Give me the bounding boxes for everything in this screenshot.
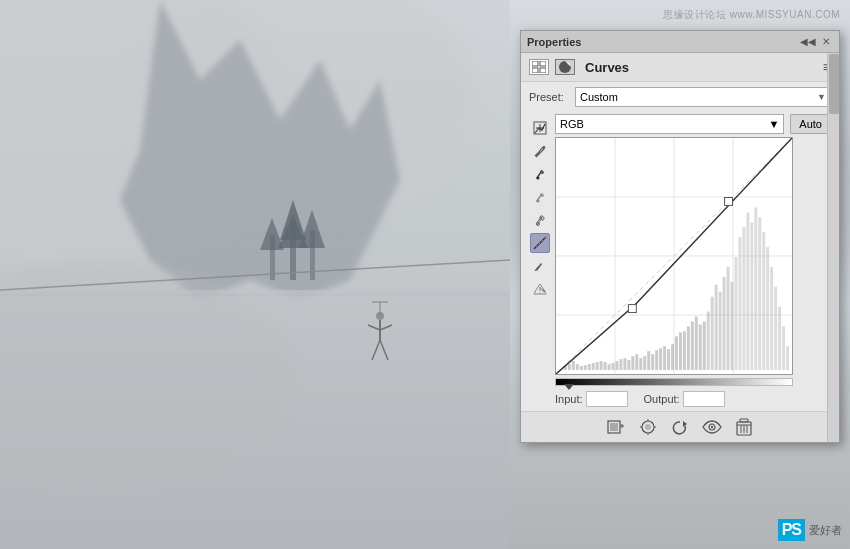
- svg-rect-81: [675, 336, 678, 370]
- output-field[interactable]: [683, 391, 725, 407]
- svg-point-36: [537, 200, 540, 203]
- pencil-draw-tool[interactable]: [530, 141, 550, 161]
- bottom-toolbar: [521, 411, 839, 442]
- svg-rect-60: [592, 363, 595, 370]
- svg-rect-99: [746, 212, 749, 370]
- svg-rect-101: [754, 207, 757, 370]
- properties-panel: Properties ◀◀ ✕ Curves ≡ Preset:: [520, 30, 840, 443]
- input-group: Input:: [555, 391, 628, 407]
- preset-arrow-icon: ▼: [817, 92, 826, 102]
- panel-scrollbar[interactable]: [827, 53, 839, 442]
- svg-rect-54: [568, 364, 571, 370]
- panel-close-button[interactable]: ✕: [819, 35, 833, 49]
- svg-rect-69: [627, 360, 630, 370]
- svg-rect-72: [639, 358, 642, 370]
- svg-rect-109: [786, 346, 789, 370]
- svg-rect-25: [540, 68, 546, 73]
- svg-rect-91: [715, 285, 718, 370]
- eyedropper-shadow-icon: [533, 167, 547, 181]
- clip-highlights-icon: [639, 419, 657, 435]
- svg-rect-98: [742, 227, 745, 370]
- svg-rect-85: [691, 321, 694, 370]
- svg-rect-87: [699, 324, 702, 370]
- svg-rect-22: [532, 61, 538, 66]
- preset-dropdown[interactable]: Custom ▼: [575, 87, 831, 107]
- svg-rect-105: [770, 267, 773, 370]
- clipping-warning-tool[interactable]: [530, 279, 550, 299]
- mountain-svg: [0, 0, 510, 549]
- smooth-curve-tool[interactable]: [530, 256, 550, 276]
- bottom-watermarks: PS 爱好者: [778, 519, 842, 541]
- svg-rect-100: [750, 222, 753, 370]
- auto-button[interactable]: Auto: [790, 114, 831, 134]
- svg-rect-58: [584, 365, 587, 370]
- curves-tools: [529, 114, 551, 409]
- svg-rect-70: [631, 356, 634, 370]
- svg-point-126: [711, 426, 713, 428]
- channel-dropdown[interactable]: RGB ▼: [555, 114, 784, 134]
- input-field[interactable]: [586, 391, 628, 407]
- svg-point-33: [537, 177, 540, 180]
- svg-rect-102: [758, 217, 761, 370]
- svg-rect-82: [679, 332, 682, 370]
- preset-value: Custom: [580, 91, 618, 103]
- svg-rect-68: [623, 358, 626, 370]
- output-group: Output:: [644, 391, 725, 407]
- section-title: Curves: [585, 60, 629, 75]
- curves-canvas[interactable]: [555, 137, 793, 375]
- delete-button[interactable]: [734, 417, 754, 437]
- reset-button[interactable]: [670, 417, 690, 437]
- curve-active-tool[interactable]: [530, 233, 550, 253]
- sample-highlight-tool[interactable]: [530, 210, 550, 230]
- gradient-handle[interactable]: [564, 384, 574, 390]
- svg-rect-106: [774, 287, 777, 370]
- point-add-icon: [533, 121, 547, 135]
- svg-rect-24: [532, 68, 538, 73]
- svg-rect-74: [647, 351, 650, 370]
- svg-rect-96: [734, 257, 737, 370]
- svg-rect-65: [612, 363, 615, 370]
- svg-rect-88: [703, 321, 706, 370]
- scrollbar-thumb[interactable]: [829, 54, 839, 114]
- svg-rect-93: [723, 277, 726, 370]
- smooth-icon: [533, 259, 547, 273]
- pencil-icon: [533, 144, 547, 158]
- svg-rect-111: [628, 305, 636, 313]
- svg-rect-89: [707, 312, 710, 371]
- top-watermark: 思缘设计论坛 www.MISSYUAN.COM: [663, 8, 840, 22]
- clip-shadows-icon: [607, 419, 625, 435]
- visibility-button[interactable]: [702, 417, 722, 437]
- svg-rect-56: [576, 364, 579, 370]
- svg-rect-110: [725, 197, 733, 205]
- clip-shadows-button[interactable]: [606, 417, 626, 437]
- channel-arrow-icon: ▼: [768, 118, 779, 130]
- tab-properties[interactable]: [529, 59, 549, 75]
- svg-rect-30: [542, 146, 546, 150]
- svg-rect-71: [635, 354, 638, 370]
- channel-row: RGB ▼ Auto: [555, 114, 831, 134]
- svg-rect-95: [731, 282, 734, 370]
- sample-midtone-tool[interactable]: [530, 187, 550, 207]
- channel-value: RGB: [560, 118, 584, 130]
- eye-icon: [702, 420, 722, 434]
- svg-rect-97: [738, 237, 741, 370]
- svg-rect-107: [778, 307, 781, 370]
- svg-rect-132: [740, 419, 748, 422]
- svg-rect-92: [719, 292, 722, 370]
- tab-curves[interactable]: [555, 59, 575, 75]
- clip-highlights-button[interactable]: [638, 417, 658, 437]
- svg-rect-59: [588, 364, 591, 370]
- reset-icon: [671, 419, 689, 435]
- svg-rect-90: [711, 297, 714, 370]
- point-add-tool[interactable]: [530, 118, 550, 138]
- panel-collapse-button[interactable]: ◀◀: [801, 35, 815, 49]
- svg-rect-23: [540, 61, 546, 66]
- curves-svg: [556, 138, 792, 374]
- grid-tab-icon: [532, 61, 546, 73]
- ps-site-text: 爱好者: [809, 523, 842, 538]
- svg-rect-61: [596, 362, 599, 370]
- svg-rect-76: [655, 350, 658, 370]
- sample-shadow-tool[interactable]: [530, 164, 550, 184]
- svg-line-121: [652, 422, 653, 423]
- svg-rect-63: [604, 362, 607, 370]
